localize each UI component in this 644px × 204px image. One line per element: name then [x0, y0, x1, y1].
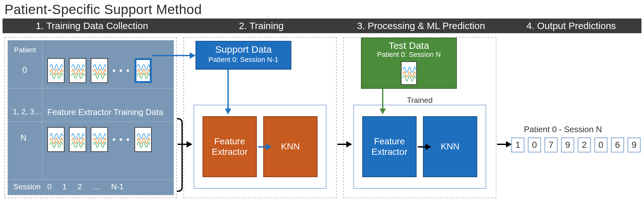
- eeg-thumbnail-highlighted: [134, 58, 152, 83]
- prediction-cell: 9: [627, 137, 641, 153]
- prediction-cell: 0: [528, 137, 541, 153]
- training-pipeline-box: FeatureExtractor KNN: [194, 105, 326, 189]
- phase-2-label: 2. Training: [181, 20, 341, 31]
- support-data-box: Support Data Patient 0: Session N-1: [195, 41, 291, 70]
- arrow-stage3-to-output-icon: [497, 144, 511, 145]
- prediction-cell: 7: [544, 137, 558, 153]
- eeg-thumbnail: [134, 127, 152, 152]
- feature-extractor-block: FeatureExtractor: [203, 116, 257, 177]
- eeg-thumbnail: [91, 58, 108, 83]
- output-predictions: 1 0 7 9 2 0 6 9: [511, 137, 641, 153]
- patient-row-n: N: [20, 133, 27, 143]
- eeg-thumbnail: [47, 58, 65, 83]
- feature-extractor-trained-block: FeatureExtractor: [362, 116, 417, 177]
- eeg-thumbnail: [47, 127, 65, 152]
- patientN-sessions: • • •: [47, 127, 152, 152]
- phase-3-label: 3. Processing & ML Prediction: [341, 20, 501, 31]
- eeg-thumbnail: [69, 127, 86, 152]
- eeg-thumbnail: [91, 127, 108, 152]
- diagram-title: Patient-Specific Support Method: [4, 2, 202, 17]
- fe-training-data-label: Feature Extractor Training Data: [47, 107, 170, 117]
- phase-1-label: 1. Training Data Collection: [3, 20, 181, 31]
- session-col: N-1: [111, 182, 124, 191]
- session-col: 2: [78, 182, 82, 191]
- trained-pipeline-box: FeatureExtractor KNN: [353, 105, 486, 189]
- patient-row-0: 0: [22, 65, 27, 75]
- phase-bar: 1. Training Data Collection 2. Training …: [3, 19, 641, 33]
- eeg-thumbnail: [69, 58, 86, 83]
- ellipsis: • • •: [112, 134, 130, 145]
- arrow-support-to-fe-icon: [227, 70, 229, 114]
- arrow-fe-to-knn-icon: [258, 146, 271, 147]
- ellipsis: • • •: [112, 65, 130, 76]
- prediction-cell: 0: [594, 137, 608, 153]
- data-grid: Patient 0 1, 2, 3… N Session • • • Featu…: [8, 40, 174, 195]
- eeg-thumbnail: [401, 61, 417, 85]
- patient-header: Patient: [14, 46, 36, 54]
- arrow-test-to-fe-icon: [382, 89, 383, 114]
- arrow-stage2-to-stage3-icon: [337, 144, 351, 145]
- test-data-box: Test Data Patient 0: Session N: [361, 38, 457, 89]
- curly-brace-icon: [177, 118, 183, 192]
- session-header: Session: [13, 182, 41, 191]
- prediction-cell: 6: [611, 137, 624, 153]
- test-data-subtitle: Patient 0: Session N: [362, 50, 456, 59]
- session-col: 0: [47, 182, 51, 191]
- prediction-cell: 2: [578, 137, 591, 153]
- arrow-stage1-to-stage2-icon: [178, 144, 192, 145]
- output-label: Patient 0 - Session N: [524, 125, 602, 134]
- session-col: 1: [62, 182, 66, 191]
- arrow-fe-to-knn-icon: [418, 146, 431, 147]
- phase-4-label: 4. Output Predictions: [501, 20, 641, 31]
- support-data-title: Support Data: [196, 44, 291, 55]
- prediction-cell: 9: [561, 137, 574, 153]
- support-data-subtitle: Patient 0: Session N-1: [196, 56, 291, 64]
- test-data-title: Test Data: [362, 40, 456, 51]
- arrow-highlighted-to-support-icon: [152, 55, 195, 56]
- session-col: …: [93, 182, 100, 191]
- prediction-cell: 1: [511, 137, 525, 153]
- session-numbers: 0 1 2 … N-1: [47, 182, 170, 191]
- patient-row-mid: 1, 2, 3…: [13, 107, 42, 116]
- stage-training-data: Patient 0 1, 2, 3… N Session • • • Featu…: [4, 37, 177, 198]
- patient0-sessions: • • •: [47, 58, 152, 83]
